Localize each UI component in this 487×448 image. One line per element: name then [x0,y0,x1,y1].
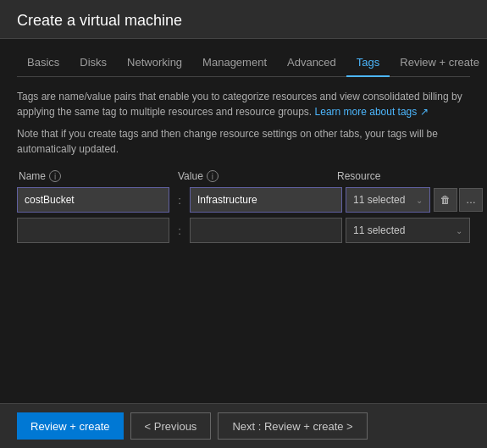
tab-networking[interactable]: Networking [117,49,192,77]
tags-table: Name i Value i Resource : 11 selected ⌄ [17,170,470,248]
name-input-1[interactable] [17,187,169,213]
name-header-label: Name [19,170,46,182]
tab-disks[interactable]: Disks [69,49,117,77]
action-icons-1: 🗑 … [434,188,483,212]
value-info-icon[interactable]: i [207,170,219,182]
review-create-button[interactable]: Review + create [17,412,124,440]
learn-more-link[interactable]: Learn more about tags ↗ [315,106,429,118]
resource-dropdown-2[interactable]: 11 selected ⌄ [346,218,470,243]
resource-header-label: Resource [337,170,380,182]
table-row: : 11 selected ⌄ 🗑 … [17,187,470,213]
footer-bar: Review + create < Previous Next : Review… [0,403,487,448]
resource-dropdown-1-value: 11 selected [353,194,405,206]
table-row: : 11 selected ⌄ [17,218,470,243]
page-title: Create a virtual machine [17,12,470,30]
chevron-down-icon-1: ⌄ [416,196,423,205]
resource-dropdown-2-value: 11 selected [353,224,405,236]
colon-sep-2: : [173,224,186,237]
tabs-bar: Basics Disks Networking Management Advan… [17,39,470,77]
tab-advanced[interactable]: Advanced [277,49,346,77]
chevron-down-icon-2: ⌄ [456,226,462,235]
next-button[interactable]: Next : Review + create > [218,412,367,440]
tags-header: Name i Value i Resource [17,170,470,182]
delete-tag-button-1[interactable]: 🗑 [434,188,457,212]
more-options-button-1[interactable]: … [459,188,483,212]
name-input-2[interactable] [17,218,169,243]
note-text: Note that if you create tags and then ch… [17,126,470,157]
value-input-1[interactable] [190,187,342,213]
previous-button[interactable]: < Previous [130,412,212,440]
description-text: Tags are name/value pairs that enable yo… [17,89,470,119]
resource-cell-2: 11 selected ⌄ [346,218,470,243]
tab-tags[interactable]: Tags [346,49,390,77]
value-input-2[interactable] [190,218,342,243]
colon-sep-1: : [173,194,186,207]
value-header-label: Value [178,170,203,182]
resource-cell-1: 11 selected ⌄ 🗑 … [346,187,483,213]
tab-management[interactable]: Management [192,49,277,77]
name-info-icon[interactable]: i [49,170,61,182]
resource-dropdown-1[interactable]: 11 selected ⌄ [346,187,430,213]
tab-review[interactable]: Review + create [390,49,487,77]
tab-basics[interactable]: Basics [17,49,69,77]
